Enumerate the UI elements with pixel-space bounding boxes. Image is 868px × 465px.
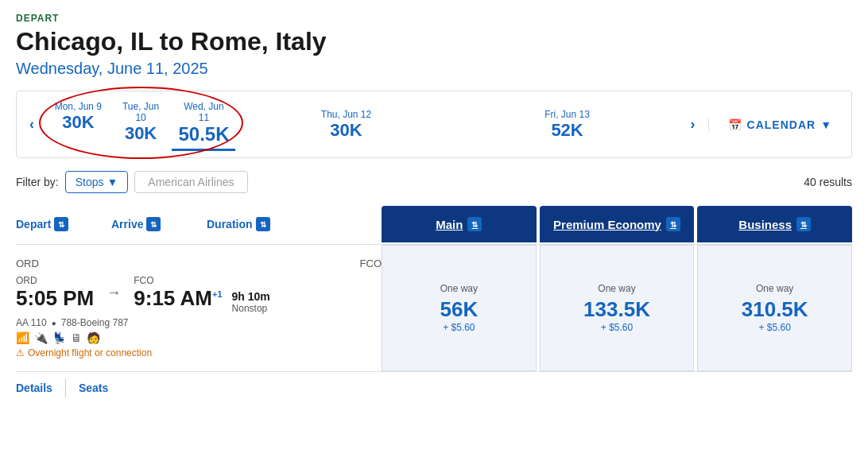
route-title: Chicago, IL to Rome, Italy	[16, 27, 852, 56]
power-icon: 🔌	[34, 331, 48, 344]
stops-filter-button[interactable]: Stops ▼	[65, 171, 129, 193]
price-columns: Main ⇅ Premium Economy ⇅ Business ⇅	[382, 206, 852, 242]
calendar-chevron-icon: ▼	[820, 118, 832, 131]
duration-col-header: Duration ⇅	[207, 217, 318, 231]
depart-sort-icon: ⇅	[54, 217, 68, 231]
stops-label: Stops	[76, 176, 104, 188]
date-items: Mon, Jun 9 30K Tue, Jun 10 30K Wed, Jun …	[47, 98, 678, 151]
main-sort-icon: ⇅	[467, 217, 482, 231]
flight-meta: AA 110 ● 788-Boeing 787	[16, 317, 382, 328]
duration-sort-icon: ⇅	[256, 217, 270, 231]
flight-arrow-icon: →	[107, 285, 121, 301]
flight-footer: Details Seats	[16, 371, 852, 404]
prev-date-nav[interactable]: ‹	[17, 116, 47, 133]
calendar-button[interactable]: 📅 CALENDAR ▼	[708, 118, 851, 131]
person-icon: 🧑	[87, 331, 100, 344]
flight-amenity-icons: 📶 🔌 💺 🖥 🧑	[16, 331, 382, 344]
column-headers: Depart ⇅ Arrive ⇅ Duration ⇅ Main ⇅	[16, 206, 852, 242]
aircraft-type: 788-Boeing 787	[61, 317, 129, 328]
main-one-way-label: One way	[440, 283, 478, 294]
premium-tax: + $5.60	[601, 322, 633, 333]
results-count: 40 results	[804, 176, 852, 188]
airline-label: American Airlines	[148, 176, 234, 188]
depart-airport-code: ORD	[16, 258, 39, 269]
main-col-header[interactable]: Main ⇅	[382, 206, 537, 242]
date-thu-jun12[interactable]: Thu, Jun 12 30K	[235, 106, 456, 144]
depart-time: 5:05 PM	[16, 286, 94, 311]
main-price-cell[interactable]: One way 56K + $5.60	[382, 245, 537, 371]
depart-airport-label: ORD	[16, 275, 94, 286]
business-sort-icon: ⇅	[796, 217, 811, 231]
premium-col-header[interactable]: Premium Economy ⇅	[540, 206, 695, 242]
arrive-sort-icon: ⇅	[146, 217, 161, 231]
date-selector-bar: ‹ Mon, Jun 9 30K Tue, Jun 10 30K Wed, Ju…	[16, 91, 852, 158]
warning-triangle-icon: ⚠	[16, 347, 25, 358]
entertainment-icon: 🖥	[71, 331, 82, 344]
filter-by-label: Filter by:	[16, 176, 59, 188]
filter-bar: Filter by: Stops ▼ American Airlines 40 …	[16, 171, 852, 193]
duration-sort[interactable]: Duration ⇅	[207, 217, 318, 231]
business-col-header[interactable]: Business ⇅	[697, 206, 852, 242]
main-price: 56K	[440, 297, 478, 322]
arrive-time: 9:15 AM+1	[134, 286, 222, 311]
calendar-label: CALENDAR	[747, 118, 816, 131]
date-tue-jun10[interactable]: Tue, Jun 10 30K	[110, 98, 172, 151]
stops-chevron-icon: ▼	[107, 176, 118, 188]
overnight-warning: ⚠ Overnight flight or connection	[16, 347, 382, 358]
flight-left-info: ORD FCO ORD 5:05 PM → FCO 9:15 AM+1	[16, 245, 382, 371]
arrive-airport-code: FCO	[360, 258, 382, 269]
seat-icon: 💺	[52, 331, 66, 344]
airline-filter-button[interactable]: American Airlines	[134, 171, 247, 193]
arrive-airport-label: FCO	[134, 275, 222, 286]
plus-days: +1	[212, 289, 223, 299]
price-cells: One way 56K + $5.60 One way 133.5K + $5.…	[382, 245, 852, 371]
premium-price-cell[interactable]: One way 133.5K + $5.60	[540, 245, 695, 371]
calendar-icon: 📅	[728, 118, 742, 131]
business-price: 310.5K	[742, 297, 808, 322]
flight-airports: ORD FCO	[16, 258, 382, 269]
business-one-way-label: One way	[756, 283, 793, 294]
next-date-nav[interactable]: ›	[678, 116, 708, 133]
depart-label: DEPART	[16, 13, 852, 24]
business-price-cell[interactable]: One way 310.5K + $5.60	[697, 245, 852, 371]
main-tax: + $5.60	[443, 322, 475, 333]
date-mon-jun9[interactable]: Mon, Jun 9 30K	[47, 98, 110, 151]
depart-sort[interactable]: Depart ⇅	[16, 217, 111, 231]
premium-sort-icon: ⇅	[666, 217, 680, 231]
arrive-col-header: Arrive ⇅	[111, 217, 207, 231]
filter-left: Filter by: Stops ▼ American Airlines	[16, 171, 248, 193]
highlighted-dates: Mon, Jun 9 30K Tue, Jun 10 30K Wed, Jun …	[47, 98, 235, 151]
premium-price: 133.5K	[583, 297, 650, 322]
depart-col-header: Depart ⇅	[16, 217, 111, 231]
date-fri-jun13[interactable]: Fri, Jun 13 52K	[457, 106, 678, 144]
seats-link[interactable]: Seats	[79, 378, 121, 397]
route-date: Wednesday, June 11, 2025	[16, 60, 852, 78]
arrive-sort[interactable]: Arrive ⇅	[111, 217, 207, 231]
wifi-icon: 📶	[16, 331, 29, 344]
flight-number: AA 110	[16, 317, 47, 328]
business-tax: + $5.60	[758, 322, 790, 333]
flight-duration: 9h 10m Nonstop	[232, 271, 343, 314]
flight-row: ORD FCO ORD 5:05 PM → FCO 9:15 AM+1	[16, 244, 852, 371]
details-link[interactable]: Details	[16, 378, 66, 397]
date-wed-jun11[interactable]: Wed, Jun 11 50.5K	[172, 98, 235, 151]
premium-one-way-label: One way	[598, 283, 635, 294]
